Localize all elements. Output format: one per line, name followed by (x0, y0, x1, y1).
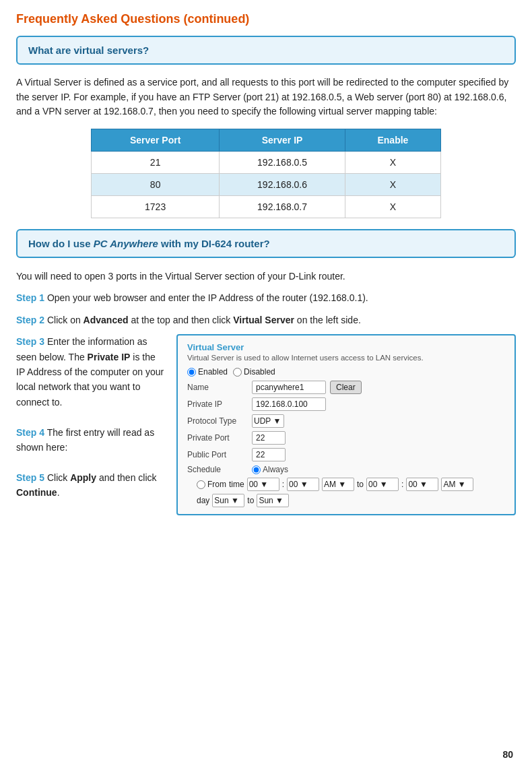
vs-schedule-label: Schedule (187, 465, 248, 474)
page-title: Frequently Asked Questions (continued) (16, 12, 516, 26)
table-row: 1723 192.168.0.7 X (92, 196, 440, 218)
vs-private-port-row: Private Port 22 (187, 431, 505, 445)
vs-time-end-hour[interactable]: 00 ▼ (366, 478, 399, 491)
step5-label: Step 5 (16, 472, 44, 483)
vs-day-end-select[interactable]: Sun ▼ (257, 494, 289, 507)
vs-time-start-hour[interactable]: 00 ▼ (247, 478, 279, 491)
server-table: Server Port Server IP Enable 21 192.168.… (91, 129, 440, 218)
vs-time-end-ampm[interactable]: AM ▼ (441, 478, 473, 491)
step1-label: Step 1 (16, 292, 44, 303)
vs-time-start-ampm[interactable]: AM ▼ (322, 478, 354, 491)
vs-private-ip-label: Private IP (187, 399, 248, 409)
vs-public-port-input[interactable]: 22 (252, 448, 286, 461)
step2: Step 2 Click on Advanced at the top and … (16, 313, 516, 327)
table-row: 80 192.168.0.6 X (92, 174, 440, 196)
vs-private-port-label: Private Port (187, 433, 248, 443)
vs-from-radio[interactable] (197, 480, 205, 489)
col-enable: Enable (345, 129, 441, 152)
row3-enable: X (345, 196, 441, 218)
clear-button[interactable]: Clear (330, 381, 362, 394)
virtual-server-panel: Virtual Server Virtual Server is used to… (176, 334, 516, 515)
table-row: 21 192.168.0.5 X (92, 152, 440, 174)
disabled-radio[interactable] (233, 368, 242, 377)
enabled-radio[interactable] (187, 368, 196, 377)
vs-protocol-select[interactable]: UDP ▼ (252, 414, 284, 428)
vs-from-row: From time 00 ▼ : 00 ▼ AM ▼ to 00 ▼ : 00 … (197, 478, 505, 491)
step3-label: Step 3 (16, 336, 44, 347)
row2-enable: X (345, 174, 441, 196)
faq1-question: What are virtual servers? (28, 44, 149, 56)
vs-name-label: Name (187, 383, 248, 392)
vs-private-port-input[interactable]: 22 (252, 431, 286, 445)
vs-to-label: to (357, 480, 364, 489)
faq2-question: How do I use PC Anywhere with my DI-624 … (28, 238, 270, 249)
row3-port: 1723 (92, 196, 220, 218)
vs-always-radio[interactable] (252, 465, 261, 474)
faq-box-2: How do I use PC Anywhere with my DI-624 … (16, 229, 516, 258)
vs-enabled-row: Enabled Disabled (187, 367, 505, 377)
step3-left: Step 3 Enter the information as seen bel… (16, 334, 164, 500)
vs-public-port-row: Public Port 22 (187, 448, 505, 461)
page-number: 80 (502, 749, 513, 760)
vs-subtitle: Virtual Server is used to allow Internet… (187, 354, 505, 362)
step3-layout: Step 3 Enter the information as seen bel… (16, 334, 516, 515)
row3-ip: 192.168.0.7 (219, 196, 345, 218)
vs-time-label: time (229, 480, 244, 489)
vs-private-ip-row: Private IP 192.168.0.100 (187, 397, 505, 411)
vs-protocol-row: Protocol Type UDP ▼ (187, 414, 505, 428)
vs-day-start-select[interactable]: Sun ▼ (212, 494, 244, 507)
vs-public-port-label: Public Port (187, 450, 248, 459)
row2-ip: 192.168.0.6 (219, 174, 345, 196)
row1-enable: X (345, 152, 441, 174)
row1-ip: 192.168.0.5 (219, 152, 345, 174)
vs-day-to-label: to (247, 496, 254, 505)
vs-day-row: day Sun ▼ to Sun ▼ (197, 494, 505, 507)
faq-box-1: What are virtual servers? (16, 36, 516, 65)
vs-time-start-min[interactable]: 00 ▼ (287, 478, 319, 491)
col-server-port: Server Port (92, 129, 220, 152)
vs-name-input[interactable]: pcanywhere1 (252, 381, 326, 394)
col-server-ip: Server IP (219, 129, 345, 152)
vs-time-end-min[interactable]: 00 ▼ (406, 478, 438, 491)
vs-always-radio-label[interactable]: Always (252, 465, 312, 474)
vs-protocol-label: Protocol Type (187, 416, 248, 426)
disabled-radio-label[interactable]: Disabled (233, 367, 275, 377)
vs-name-row: Name pcanywhere1 Clear (187, 381, 505, 394)
enabled-radio-label[interactable]: Enabled (187, 367, 228, 377)
step1-text: Open your web browser and enter the IP A… (47, 292, 368, 303)
vs-day-label: day (197, 496, 209, 505)
row2-port: 80 (92, 174, 220, 196)
step1: Step 1 Open your web browser and enter t… (16, 290, 516, 305)
step4-label: Step 4 (16, 427, 44, 438)
vs-from-radio-label[interactable]: From (197, 480, 226, 489)
faq2-intro: You will need to open 3 ports in the Vir… (16, 269, 516, 284)
step2-label: Step 2 (16, 315, 44, 325)
row1-port: 21 (92, 152, 220, 174)
vs-schedule-row: Schedule Always (187, 465, 505, 474)
step2-text: Click on Advanced at the top and then cl… (47, 315, 361, 325)
vs-private-ip-input[interactable]: 192.168.0.100 (252, 397, 326, 411)
faq1-body: A Virtual Server is defined as a service… (16, 75, 516, 119)
vs-title: Virtual Server (187, 342, 505, 352)
